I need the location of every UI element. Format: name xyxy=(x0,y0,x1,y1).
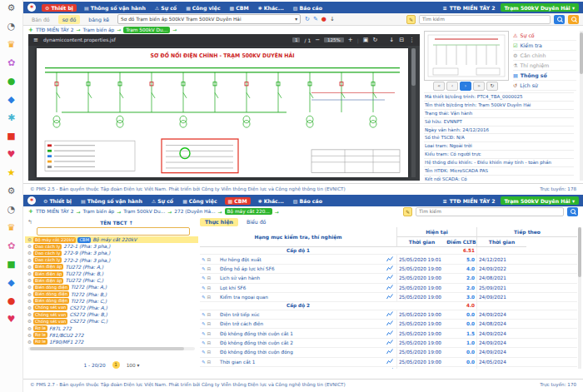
breadcrumb-item-2[interactable]: Trạm 500kV Du... xyxy=(123,209,165,214)
print-icon[interactable]: ⊟ xyxy=(399,37,404,43)
blue-diamond-bookmark-icon[interactable]: ◆ xyxy=(7,95,14,104)
next-page-button[interactable]: › xyxy=(460,82,471,91)
menu-item-6[interactable]: ▧Báo cáo xyxy=(292,4,324,12)
edit-icon[interactable]: ✎ xyxy=(202,285,206,290)
edit-icon[interactable]: ✎ xyxy=(202,340,206,345)
settings2-icon[interactable]: ⚙ xyxy=(7,186,16,196)
last-page-button[interactable]: » xyxy=(473,82,485,91)
equipment-row-1[interactable]: ⚙Dao cách ly272-1 (Pha: 3 pha,) xyxy=(25,243,198,250)
tab-ban-do[interactable]: Bản đồ xyxy=(27,15,54,24)
download-icon[interactable]: ↓ xyxy=(389,37,394,43)
menu-item-0[interactable]: ⚙Thiết bị xyxy=(42,197,73,205)
menu-item-3[interactable]: ▦Công việc xyxy=(181,197,218,205)
menu-item-5[interactable]: ✱Khác... xyxy=(257,4,286,12)
star-bookmark-icon[interactable]: ★ xyxy=(7,168,16,177)
page-size-select[interactable]: 100 ▾ xyxy=(127,363,140,368)
trend-chart-icon[interactable] xyxy=(386,349,393,355)
green-dot-bookmark-icon[interactable]: ● xyxy=(7,77,16,86)
equipment-row-15[interactable]: ⚙Rơ le1F90/MF1 272 xyxy=(25,339,198,345)
action-0[interactable]: ⚠Sự cố xyxy=(513,31,576,41)
red-square-bookmark-icon[interactable]: ■ xyxy=(7,131,15,141)
print-icon[interactable]: ⊟ xyxy=(207,321,212,326)
zoom-in-icon[interactable]: + xyxy=(348,37,353,43)
equipment-row-9[interactable]: ⚙Biến dòng điệnTI272 (Pha: C,) xyxy=(25,298,198,305)
quick-edit-icon[interactable]: ✎ xyxy=(406,15,416,24)
export-icon[interactable]: ↓ xyxy=(330,16,335,22)
edit-icon[interactable]: ✎ xyxy=(202,312,206,317)
history-clock2-icon[interactable]: ◔ xyxy=(7,205,16,214)
breadcrumb-item-0[interactable]: TTĐ MIỀN TÂY 2 xyxy=(36,27,74,32)
action-2[interactable]: ⚙Cân chỉnh xyxy=(513,51,576,61)
breadcrumb-item-4[interactable]: Bộ máy cắt 220... xyxy=(225,208,272,215)
print-icon[interactable]: ⊟ xyxy=(207,350,212,355)
horizontal-scrollbar[interactable] xyxy=(28,347,195,350)
diagram-select[interactable]: Sơ đồ Trạm biến áp 500kV Trạm 500kV Duyê… xyxy=(117,14,301,24)
print-icon[interactable]: ⊟ xyxy=(207,340,212,345)
trend-chart-icon[interactable] xyxy=(386,294,393,300)
trend-chart-icon[interactable] xyxy=(386,311,393,318)
equipment-row-2[interactable]: ⚙Dao cách ly272-9 (Pha: 3 pha,) xyxy=(25,250,198,256)
menu-item-0[interactable]: ⚙Thiết bị xyxy=(42,4,77,12)
quick-edit-icon[interactable]: ✎ xyxy=(403,207,412,216)
tab-bang-ke[interactable]: bảng kê xyxy=(84,15,113,24)
edit-icon[interactable]: ✎ xyxy=(202,321,206,326)
edit-icon[interactable]: ✎ xyxy=(202,360,206,365)
advanced-search-button[interactable] xyxy=(568,15,579,24)
action-4[interactable]: ▤Thông số xyxy=(513,71,576,81)
tab-thuc-hien[interactable]: Thực hiện xyxy=(200,218,238,226)
search-button[interactable] xyxy=(554,15,565,24)
action-5[interactable]: ↺Lịch sử xyxy=(513,81,576,91)
zoom-out-icon[interactable]: − xyxy=(315,37,320,43)
trend-chart-icon[interactable] xyxy=(386,368,393,369)
first-page-button[interactable]: « xyxy=(433,82,445,91)
equipment-row-6[interactable]: ⚙Biến điện ápTU272 (Pha: C,) xyxy=(25,277,198,284)
print-icon[interactable]: ⊟ xyxy=(207,295,212,300)
edit-icon[interactable]: ✎ xyxy=(202,295,206,300)
breadcrumb-item-1[interactable]: Trạm biến áp xyxy=(82,209,114,214)
action-1[interactable]: ☑Kiểm tra xyxy=(513,41,576,51)
flower2-bookmark-icon[interactable]: ✿ xyxy=(7,241,15,251)
trend-chart-icon[interactable] xyxy=(386,330,393,337)
search-input[interactable] xyxy=(419,15,551,24)
red-dot-bookmark-icon[interactable]: ● xyxy=(7,296,16,305)
pdf-menu-icon[interactable]: ≡ xyxy=(33,37,38,43)
snowflake-bookmark-icon[interactable]: ✱ xyxy=(7,113,15,122)
print-icon[interactable]: ⊟ xyxy=(207,331,212,336)
prev-page-button[interactable]: ‹ xyxy=(446,82,458,91)
action-3[interactable]: ⚗Thí nghiệm xyxy=(513,61,576,71)
edit-icon[interactable]: ✎ xyxy=(202,350,206,355)
trend-chart-icon[interactable] xyxy=(386,285,393,291)
print-icon[interactable]: ⊟ xyxy=(207,275,212,280)
trend-chart-icon[interactable] xyxy=(386,320,393,327)
add-icon[interactable]: + xyxy=(28,27,33,33)
equipment-filter-input[interactable] xyxy=(37,227,190,236)
menu-item-5[interactable]: ✱Khác... xyxy=(257,197,286,205)
side-scrollbar[interactable] xyxy=(580,31,583,181)
kebab-menu-icon[interactable]: ⋮ xyxy=(409,37,415,43)
equipment-row-0[interactable]: ⚙Bộ máy cắt 220kVCBMBộ máy cắt 220kV xyxy=(25,236,198,243)
equipment-row-13[interactable]: ⚙Rơ leF87L 272 xyxy=(25,325,198,331)
edit-icon[interactable]: ✎ xyxy=(202,257,206,262)
crown2-bookmark-icon[interactable]: ♛ xyxy=(7,223,16,232)
edit-icon[interactable]: ✎ xyxy=(313,16,318,22)
trend-chart-icon[interactable] xyxy=(386,359,393,365)
equipment-row-4[interactable]: ⚙Biến điện ápTU272 (Pha: A,) xyxy=(25,264,198,270)
menu-item-4[interactable]: ▩CBM xyxy=(228,4,251,12)
search-input[interactable] xyxy=(416,207,564,216)
record-icon[interactable]: ● xyxy=(321,16,326,22)
edit-icon[interactable]: ✎ xyxy=(202,331,206,336)
history-clock-icon[interactable]: ◔ xyxy=(7,22,16,31)
equipment-row-10[interactable]: ⚙Chống sét vanCS272 (Pha: A,) xyxy=(25,305,198,311)
page-number-input[interactable]: 1 xyxy=(292,37,301,42)
breadcrumb-item-0[interactable]: TTĐ MIỀN TÂY 2 xyxy=(36,209,74,214)
heart2-bookmark-icon[interactable]: ♥ xyxy=(7,315,16,324)
menu-item-1[interactable]: ▤Thông số vận hành xyxy=(82,4,147,12)
diagram-thumbnail[interactable] xyxy=(424,31,509,81)
settings-icon[interactable]: ⚙ xyxy=(7,3,16,12)
tab-bieu-do[interactable]: Biểu đồ xyxy=(242,218,271,226)
equipment-row-11[interactable]: ⚙Chống sét vanCS272 (Pha: B,) xyxy=(25,311,198,318)
menu-item-2[interactable]: ⚠Sự cố xyxy=(153,4,178,12)
station-button[interactable]: Trạm 500kV Duyên Hải ▾ xyxy=(501,3,579,12)
menu-item-1[interactable]: ▤Thông số vận hành xyxy=(79,197,144,205)
pdf-scrollbar[interactable] xyxy=(411,48,416,177)
